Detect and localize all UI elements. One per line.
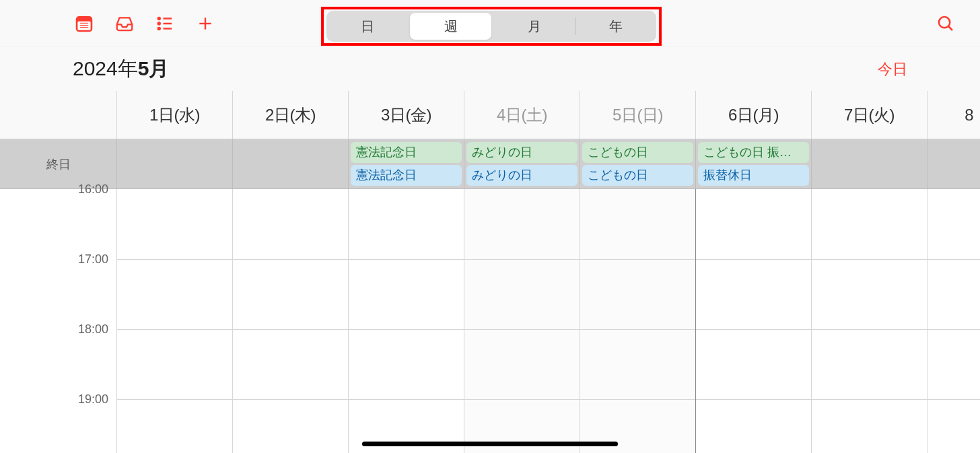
day-head-8[interactable]: 8: [928, 91, 980, 139]
grid-col-4[interactable]: [464, 189, 580, 453]
list-icon[interactable]: [151, 9, 179, 38]
time-label: 18:00: [78, 322, 108, 337]
toolbar-left: [70, 9, 219, 38]
time-grid[interactable]: 16:00 17:00 18:00 19:00: [0, 189, 980, 453]
event[interactable]: みどりの日: [466, 142, 578, 163]
tab-day[interactable]: 日: [326, 11, 408, 42]
event[interactable]: 振替休日: [698, 165, 809, 186]
day-head-3[interactable]: 3日(金): [349, 91, 464, 139]
day-head-7[interactable]: 7日(火): [812, 91, 928, 139]
svg-rect-1: [77, 20, 91, 30]
grid-col-5[interactable]: [580, 189, 696, 453]
add-icon[interactable]: [191, 9, 219, 38]
time-label: 19:00: [78, 392, 108, 407]
search-icon[interactable]: [932, 9, 960, 38]
time-gutter-head: [0, 91, 117, 139]
day-head-6[interactable]: 6日(月): [696, 91, 812, 139]
svg-point-5: [158, 18, 160, 20]
inbox-icon[interactable]: [110, 9, 139, 38]
grid-col-2[interactable]: [233, 189, 349, 453]
svg-line-14: [948, 26, 952, 30]
toolbar-right: [932, 9, 960, 38]
grid-col-8[interactable]: [928, 189, 980, 453]
allday-col-8[interactable]: [928, 139, 980, 188]
allday-col-4[interactable]: みどりの日 みどりの日: [464, 139, 580, 188]
grid-col-3[interactable]: [349, 189, 464, 453]
toolbar: 日 週 月 年: [0, 0, 980, 47]
home-indicator: [362, 442, 618, 446]
grid-col-7[interactable]: [812, 189, 928, 453]
day-head-4[interactable]: 4日(土): [464, 91, 580, 139]
month-title: 2024年5月: [73, 55, 169, 83]
allday-col-7[interactable]: [812, 139, 928, 188]
grid-body: [117, 189, 980, 453]
grid-col-1[interactable]: [117, 189, 233, 453]
grid-col-6[interactable]: [696, 189, 812, 453]
allday-col-3[interactable]: 憲法記念日 憲法記念日: [349, 139, 464, 188]
event[interactable]: こどもの日: [582, 142, 693, 163]
calendar-icon[interactable]: [70, 9, 98, 38]
time-label: 16:00: [78, 182, 108, 197]
year-text: 2024年: [73, 57, 138, 79]
time-gutter-body: 16:00 17:00 18:00 19:00: [0, 189, 117, 453]
event[interactable]: みどりの日: [466, 165, 578, 186]
title-row: 2024年5月 今日: [0, 47, 980, 91]
allday-col-6[interactable]: こどもの日 振… 振替休日: [696, 139, 812, 188]
day-head-1[interactable]: 1日(水): [117, 91, 233, 139]
event[interactable]: こどもの日 振…: [698, 142, 809, 163]
svg-point-13: [939, 17, 950, 28]
allday-row: 終日 憲法記念日 憲法記念日 みどりの日 みどりの日 こどもの日 こどもの日 こ…: [0, 139, 980, 189]
allday-col-2[interactable]: [233, 139, 349, 188]
tab-year[interactable]: 年: [575, 11, 656, 42]
view-selector: 日 週 月 年: [326, 11, 656, 42]
allday-col-5[interactable]: こどもの日 こどもの日: [580, 139, 696, 188]
time-label: 17:00: [78, 252, 108, 267]
day-head-2[interactable]: 2日(木): [233, 91, 349, 139]
tab-week[interactable]: 週: [410, 13, 491, 40]
event[interactable]: こどもの日: [582, 165, 693, 186]
today-button[interactable]: 今日: [878, 59, 907, 79]
allday-label: 終日: [0, 139, 117, 188]
event[interactable]: 憲法記念日: [351, 165, 462, 186]
svg-point-7: [158, 28, 160, 30]
month-text: 5月: [138, 57, 170, 79]
day-head-5[interactable]: 5日(日): [580, 91, 696, 139]
svg-point-6: [158, 22, 160, 24]
day-header: 1日(水) 2日(木) 3日(金) 4日(土) 5日(日) 6日(月) 7日(火…: [0, 91, 980, 139]
tab-month[interactable]: 月: [493, 11, 575, 42]
event[interactable]: 憲法記念日: [351, 142, 462, 163]
allday-col-1[interactable]: [117, 139, 233, 188]
view-selector-highlight: 日 週 月 年: [321, 7, 662, 46]
